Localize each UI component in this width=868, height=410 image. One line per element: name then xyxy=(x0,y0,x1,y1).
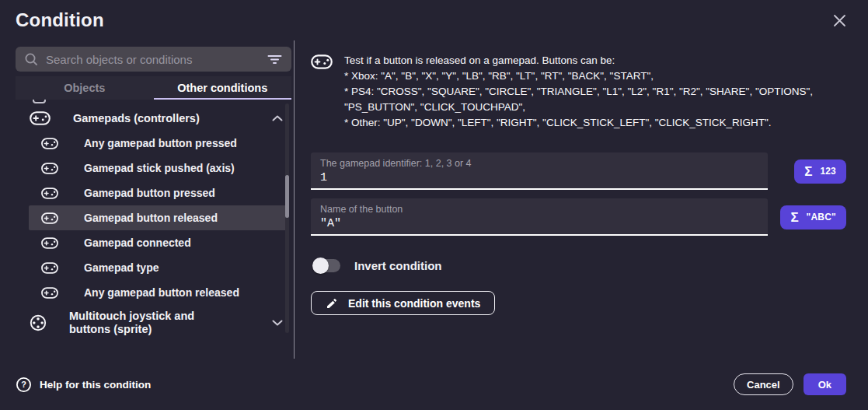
gamepad-icon xyxy=(41,187,58,199)
group-label: Multitouch joystick and buttons (sprite) xyxy=(69,310,234,336)
toggle-knob xyxy=(312,258,329,274)
open-string-expression-editor-button[interactable]: Σ "ABC" xyxy=(780,205,846,230)
dialog-body: Objects Other conditions Gamepads (contr… xyxy=(0,40,868,359)
group-multitouch-joystick[interactable]: Multitouch joystick and buttons (sprite) xyxy=(16,308,289,338)
filter-icon xyxy=(267,54,282,65)
close-button[interactable] xyxy=(831,12,848,29)
group-label: Gamepads (controllers) xyxy=(73,112,200,125)
gamepad-icon xyxy=(41,237,58,249)
gamepad-icon xyxy=(41,287,58,299)
chevron-down-icon xyxy=(272,320,283,326)
list-item-label: Gamepad type xyxy=(84,261,159,274)
help-icon: ? xyxy=(16,377,32,393)
sigma-icon: Σ xyxy=(790,211,798,224)
list-item-label: Any gamepad button pressed xyxy=(84,137,237,149)
field-value: "A" xyxy=(320,217,758,230)
gamepad-icon xyxy=(311,54,333,131)
expression-kind-label: 123 xyxy=(820,166,836,177)
open-numeric-expression-editor-button[interactable]: Σ 123 xyxy=(794,159,846,184)
expression-kind-label: "ABC" xyxy=(807,212,836,223)
edit-condition-events-button[interactable]: Edit this condition events xyxy=(311,291,495,315)
multitouch-joystick-icon xyxy=(30,314,47,331)
expression-button-wrap: Σ "ABC" xyxy=(768,205,846,230)
expression-button-wrap: Σ 123 xyxy=(768,159,846,184)
sidebar-tabs: Objects Other conditions xyxy=(16,76,291,100)
description-line: "PS_BUTTON", "CLICK_TOUCHPAD", xyxy=(344,100,813,115)
ok-button[interactable]: Ok xyxy=(804,373,846,395)
invert-condition-label: Invert condition xyxy=(354,259,442,272)
edit-condition-events-label: Edit this condition events xyxy=(348,297,480,310)
list-item[interactable]: Gamepad type xyxy=(29,255,288,280)
list-item-label: Gamepad connected xyxy=(84,237,191,249)
tab-objects[interactable]: Objects xyxy=(16,76,154,100)
partial-scrolled-item-icon xyxy=(33,100,46,103)
description-line: Test if a button is released on a gamepa… xyxy=(344,53,813,68)
gamepad-icon xyxy=(41,138,58,149)
list-item[interactable]: Gamepad stick pushed (axis) xyxy=(29,156,288,180)
list-item-selected[interactable]: Gamepad button released xyxy=(29,205,288,230)
gamepad-icon xyxy=(41,212,58,224)
list-item-label: Gamepad button released xyxy=(84,212,218,224)
chevron-up-icon xyxy=(272,115,283,121)
sigma-icon: Σ xyxy=(804,165,812,178)
gamepad-icon xyxy=(30,111,51,125)
description-line: * Other: "UP", "DOWN", "LEFT", "RIGHT", … xyxy=(344,115,813,131)
group-gamepads-controllers[interactable]: Gamepads (controllers) xyxy=(16,106,289,131)
list-item[interactable]: Any gamepad button pressed xyxy=(29,131,288,156)
sidebar-scrollbar-thumb[interactable] xyxy=(285,175,289,218)
close-icon xyxy=(833,14,846,27)
gamepad-icon xyxy=(41,163,58,174)
pencil-icon xyxy=(326,297,338,310)
conditions-sidebar: Objects Other conditions Gamepads (contr… xyxy=(0,40,295,359)
list-item[interactable]: Gamepad connected xyxy=(29,230,288,255)
list-item-label: Gamepad button pressed xyxy=(84,187,215,199)
gamepad-identifier-field[interactable]: The gamepad identifier: 1, 2, 3 or 4 1 xyxy=(311,152,768,190)
page-title: Condition xyxy=(16,9,104,31)
field-label: The gamepad identifier: 1, 2, 3 or 4 xyxy=(320,158,758,169)
invert-condition-row: Invert condition xyxy=(313,257,846,274)
list-item-label: Gamepad stick pushed (axis) xyxy=(84,162,235,174)
description-line: * PS4: "CROSS", "SQUARE", "CIRCLE", "TRI… xyxy=(344,84,813,100)
button-name-field[interactable]: Name of the button "A" xyxy=(311,198,768,236)
condition-description: Test if a button is released on a gamepa… xyxy=(311,53,846,131)
field-value: 1 xyxy=(320,171,758,184)
gamepad-identifier-field-row: The gamepad identifier: 1, 2, 3 or 4 1 Σ… xyxy=(311,152,846,190)
cancel-button[interactable]: Cancel xyxy=(734,373,793,395)
list-item[interactable]: Gamepad button pressed xyxy=(29,180,288,205)
condition-detail-panel: Test if a button is released on a gamepa… xyxy=(295,40,868,359)
search-icon xyxy=(24,52,38,66)
list-item-label: Any gamepad button released xyxy=(84,286,239,299)
conditions-list: Gamepads (controllers) Any gamepad butto… xyxy=(16,100,294,359)
field-label: Name of the button xyxy=(320,204,758,215)
search-bar xyxy=(16,47,291,72)
button-name-field-row: Name of the button "A" Σ "ABC" xyxy=(311,198,846,236)
invert-condition-toggle[interactable] xyxy=(314,259,340,272)
sidebar-scrollbar-track[interactable] xyxy=(285,103,289,333)
list-item[interactable]: Any gamepad button released xyxy=(29,280,288,305)
svg-text:?: ? xyxy=(21,380,26,389)
help-for-condition-button[interactable]: ? Help for this condition xyxy=(16,377,151,393)
dialog-header: Condition xyxy=(0,0,868,40)
search-input[interactable] xyxy=(46,53,266,66)
filter-button[interactable] xyxy=(266,53,284,66)
help-label: Help for this condition xyxy=(40,379,151,391)
description-line: * Xbox: "A", "B", "X", "Y", "LB", "RB", … xyxy=(344,68,813,84)
dialog-footer: ? Help for this condition Cancel Ok xyxy=(0,359,868,410)
condition-dialog: Condition Objects xyxy=(0,0,868,410)
tab-other-conditions[interactable]: Other conditions xyxy=(154,76,292,100)
gamepad-icon xyxy=(41,262,58,274)
